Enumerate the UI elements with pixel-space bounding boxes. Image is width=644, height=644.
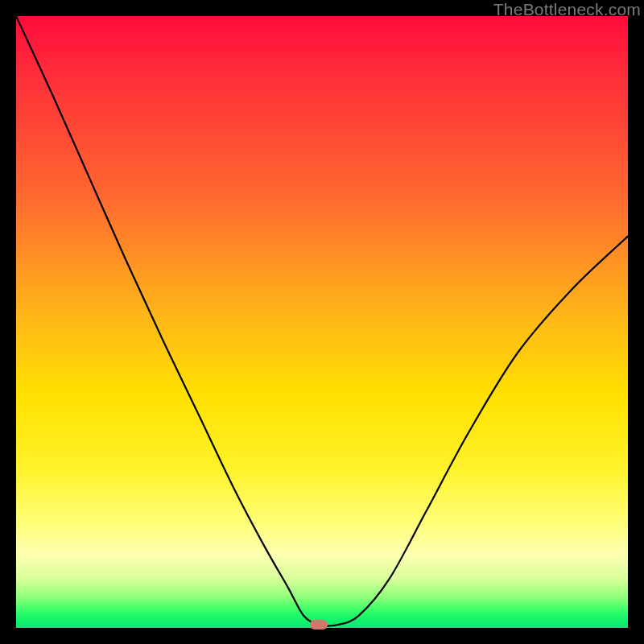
- chart-frame: [16, 16, 628, 628]
- watermark-text: TheBottleneck.com: [493, 0, 641, 19]
- gradient-background: [16, 16, 628, 628]
